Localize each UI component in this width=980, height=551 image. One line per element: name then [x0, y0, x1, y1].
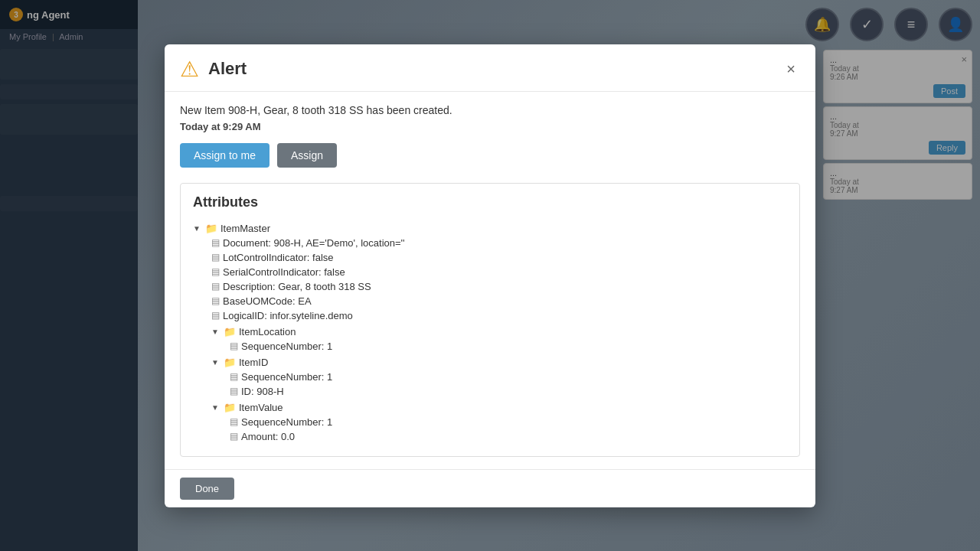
tree-toggle-itemvalue[interactable]: ▼	[211, 403, 220, 412]
tree-children-itemvalue: ▤ SequenceNumber: 1 ▤ Amount: 0.0	[230, 415, 787, 444]
tree-row-logicalid: ▤ LogicalID: infor.syteline.demo	[211, 308, 787, 323]
doc-icon-id-seqnum: ▤	[230, 371, 238, 382]
tree-label-itemvalue: ItemValue	[239, 402, 283, 413]
tree-label-amount: Amount: 0.0	[241, 431, 295, 442]
attributes-tree: ▼ 📁 ItemMaster ▤ Document: 908-H, AE='De…	[193, 221, 787, 444]
folder-icon-itemvalue: 📁	[224, 402, 236, 413]
tree-row-lotcontrol: ▤ LotControlIndicator: false	[211, 250, 787, 265]
assign-to-me-button[interactable]: Assign to me	[180, 143, 270, 168]
modal-footer: Done	[165, 469, 815, 507]
tree-toggle-itemlocation[interactable]: ▼	[211, 328, 220, 336]
folder-icon-itemid: 📁	[224, 357, 236, 368]
tree-toggle-itemmaster[interactable]: ▼	[193, 224, 202, 233]
tree-row-baseuom: ▤ BaseUOMCode: EA	[211, 294, 787, 308]
tree-node-itemlocation: ▼ 📁 ItemLocation ▤ SequenceNumber: 1	[211, 324, 787, 354]
tree-label-itemmaster: ItemMaster	[220, 223, 270, 234]
tree-node-itemid: ▼ 📁 ItemID ▤ SequenceNumber: 1	[211, 355, 787, 399]
tree-label-serialcontrol: SerialControlIndicator: false	[223, 266, 345, 278]
modal-body: New Item 908-H, Gear, 8 tooth 318 SS has…	[165, 92, 815, 469]
tree-row-itemmaster[interactable]: ▼ 📁 ItemMaster	[193, 221, 787, 236]
tree-label-baseuom: BaseUOMCode: EA	[223, 295, 312, 307]
folder-icon-itemmaster: 📁	[205, 223, 217, 234]
tree-row-serialcontrol: ▤ SerialControlIndicator: false	[211, 265, 787, 279]
modal-header: ⚠ Alert ×	[165, 44, 815, 92]
modal-title: Alert	[208, 59, 773, 79]
tree-row-id-seqnum: ▤ SequenceNumber: 1	[230, 370, 787, 384]
alert-modal: ⚠ Alert × New Item 908-H, Gear, 8 tooth …	[165, 44, 815, 507]
tree-children-itemlocation: ▤ SequenceNumber: 1	[230, 339, 787, 354]
assign-button[interactable]: Assign	[277, 143, 337, 168]
tree-label-lotcontrol: LotControlIndicator: false	[223, 252, 334, 263]
tree-label-itemlocation: ItemLocation	[239, 326, 296, 337]
tree-children-itemmaster: ▤ Document: 908-H, AE='Demo', location='…	[211, 236, 787, 444]
alert-icon: ⚠	[180, 57, 199, 82]
doc-icon-lotcontrol: ▤	[211, 252, 220, 262]
tree-row-itemvalue[interactable]: ▼ 📁 ItemValue	[211, 400, 787, 415]
alert-message: New Item 908-H, Gear, 8 tooth 318 SS has…	[180, 104, 800, 116]
tree-label-id-value: ID: 908-H	[241, 386, 284, 397]
doc-icon-val-seqnum: ▤	[230, 416, 238, 427]
tree-children-itemid: ▤ SequenceNumber: 1 ▤ ID: 908-H	[230, 370, 787, 399]
alert-time: Today at 9:29 AM	[180, 121, 800, 132]
tree-row-amount: ▤ Amount: 0.0	[230, 429, 787, 444]
tree-row-itemlocation[interactable]: ▼ 📁 ItemLocation	[211, 324, 787, 339]
modal-close-button[interactable]: ×	[782, 59, 800, 80]
tree-row-description: ▤ Description: Gear, 8 tooth 318 SS	[211, 279, 787, 294]
attributes-title: Attributes	[193, 194, 787, 210]
tree-toggle-itemid[interactable]: ▼	[211, 358, 220, 367]
modal-overlay: ⚠ Alert × New Item 908-H, Gear, 8 tooth …	[0, 0, 980, 551]
tree-label-loc-seqnum: SequenceNumber: 1	[241, 341, 332, 352]
tree-row-document: ▤ Document: 908-H, AE='Demo', location='…	[211, 236, 787, 250]
doc-icon-description: ▤	[211, 281, 220, 292]
tree-label-val-seqnum: SequenceNumber: 1	[241, 416, 332, 428]
attributes-section: Attributes ▼ 📁 ItemMaster ▤ Do	[180, 183, 800, 457]
tree-row-id-value: ▤ ID: 908-H	[230, 384, 787, 399]
doc-icon-baseuom: ▤	[211, 295, 220, 306]
tree-node-itemmaster: ▼ 📁 ItemMaster ▤ Document: 908-H, AE='De…	[193, 221, 787, 444]
doc-icon-loc-seqnum: ▤	[230, 341, 238, 351]
folder-icon-itemlocation: 📁	[224, 326, 236, 337]
tree-label-logicalid: LogicalID: infor.syteline.demo	[223, 310, 353, 321]
tree-node-itemvalue: ▼ 📁 ItemValue ▤ SequenceNumber: 1	[211, 400, 787, 444]
tree-row-loc-seqnum: ▤ SequenceNumber: 1	[230, 339, 787, 354]
tree-row-itemid[interactable]: ▼ 📁 ItemID	[211, 355, 787, 370]
doc-icon-document: ▤	[211, 237, 220, 248]
tree-label-document: Document: 908-H, AE='Demo', location=''	[223, 237, 405, 249]
done-button[interactable]: Done	[180, 478, 234, 500]
modal-actions: Assign to me Assign	[180, 143, 800, 168]
doc-icon-logicalid: ▤	[211, 310, 220, 321]
doc-icon-amount: ▤	[230, 431, 238, 442]
tree-label-itemid: ItemID	[239, 357, 268, 368]
doc-icon-id-value: ▤	[230, 386, 238, 396]
tree-label-description: Description: Gear, 8 tooth 318 SS	[223, 281, 371, 292]
tree-row-val-seqnum: ▤ SequenceNumber: 1	[230, 415, 787, 429]
doc-icon-serialcontrol: ▤	[211, 266, 220, 277]
tree-label-id-seqnum: SequenceNumber: 1	[241, 371, 332, 383]
